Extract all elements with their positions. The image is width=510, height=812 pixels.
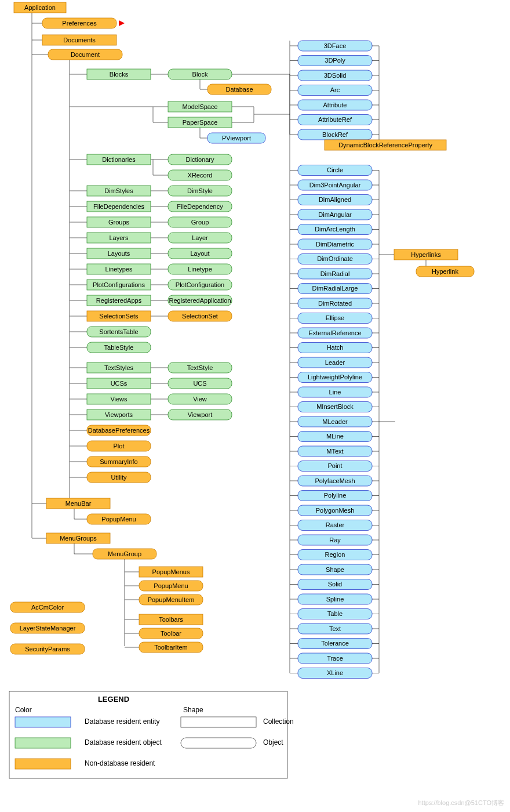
legend-collection-text: Collection <box>263 717 294 726</box>
mtext-label: MText <box>326 448 343 455</box>
modelspace-label: ModelSpace <box>182 103 217 110</box>
layerstatemanager-label: LayerStateManager <box>20 625 76 632</box>
block-label: Block <box>192 71 208 78</box>
red-arrow-icon <box>119 20 125 26</box>
legend-title: LEGEND <box>98 695 129 704</box>
selectionset-label: SelectionSet <box>182 313 218 320</box>
view-label: View <box>193 396 207 403</box>
menubar-label: MenuBar <box>65 500 92 507</box>
dimrotated-label: DimRotated <box>318 300 352 307</box>
blockref-label: BlockRef <box>322 131 348 138</box>
dimradiallarge-label: DimRadialLarge <box>312 285 358 292</box>
legend-object-shape <box>181 738 256 748</box>
plot-label: Plot <box>114 443 125 449</box>
viewports-label: Viewports <box>105 411 133 418</box>
ucs-label: UCS <box>193 380 206 387</box>
filedependency-label: FileDependency <box>177 203 223 210</box>
3dpoly-label: 3DPoly <box>325 57 345 64</box>
spline-label: Spline <box>326 596 344 603</box>
dimstyle-label: DimStyle <box>187 187 213 194</box>
attribute-label: Attribute <box>323 102 347 108</box>
menugroup-label: MenuGroup <box>108 550 141 557</box>
mline-label: MLine <box>326 433 344 440</box>
xrecord-label: XRecord <box>188 172 213 179</box>
hatch-label: Hatch <box>327 344 344 351</box>
3dface-label: 3DFace <box>324 42 347 49</box>
xline-label: XLine <box>327 669 343 676</box>
ray-label: Ray <box>329 536 341 543</box>
raster-label: Raster <box>326 521 345 528</box>
plotconfiguration-label: PlotConfiguration <box>176 281 224 288</box>
hyperlink-label: Hyperlink <box>432 268 458 275</box>
shape-label: Shape <box>326 566 344 573</box>
legend-nondb-text: Non-database resident <box>85 759 155 767</box>
registeredapps-label: RegisteredApps <box>96 297 142 304</box>
table-label: Table <box>327 610 343 617</box>
3dsolid-label: 3DSolid <box>324 72 347 79</box>
arc-label: Arc <box>330 86 340 93</box>
circle-label: Circle <box>327 166 343 173</box>
legend-entity-text: Database resident entity <box>85 717 159 726</box>
lightweightpolyline-label: LightweightPolyline <box>308 374 362 380</box>
ellipse-label: Ellipse <box>326 314 344 321</box>
sortentstable-label: SortentsTable <box>99 328 138 335</box>
dimaligned-label: DimAligned <box>319 196 351 203</box>
dictionary-label: Dictionary <box>186 156 214 163</box>
attributeref-label: AttributeRef <box>318 116 352 123</box>
solid-label: Solid <box>328 581 342 588</box>
layer-label: Layer <box>192 234 208 241</box>
externalreference-label: ExternalReference <box>308 329 361 336</box>
viewport-label: Viewport <box>188 411 213 418</box>
summaryinfo-label: SummaryInfo <box>100 458 137 465</box>
documents-label: Documents <box>63 37 96 44</box>
hyperlinks-label: Hyperlinks <box>411 251 441 258</box>
leader-label: Leader <box>325 359 345 366</box>
popupmenus-label: PopupMenus <box>152 568 190 575</box>
line-label: Line <box>329 389 341 396</box>
legend-entity-swatch <box>15 717 71 727</box>
views-label: Views <box>110 396 128 403</box>
dimradial-label: DimRadial <box>320 270 350 277</box>
minsertblock-label: MInsertBlock <box>316 403 354 410</box>
trace-label: Trace <box>327 655 343 662</box>
securityparams-label: SecurityParams <box>25 646 70 652</box>
blocks-label: Blocks <box>110 71 129 78</box>
ucss-label: UCSs <box>111 380 128 387</box>
toolbars-label: Toolbars <box>159 616 183 623</box>
layers-label: Layers <box>109 234 129 241</box>
utility-label: Utility <box>111 474 127 481</box>
groups-label: Groups <box>108 219 130 226</box>
group-label: Group <box>191 219 209 226</box>
menugroups-label: MenuGroups <box>60 535 97 542</box>
object-model-diagram: ApplicationPreferencesDocumentsDocumentB… <box>0 0 510 812</box>
accmcolor-label: AcCmColor <box>31 604 64 611</box>
pviewport-label: PViewport <box>222 135 251 142</box>
text-label: Text <box>329 625 341 632</box>
linetype-label: Linetype <box>188 266 212 273</box>
mleader-label: MLeader <box>322 418 348 425</box>
polyline-label: Polyline <box>324 492 347 499</box>
region-label: Region <box>325 551 345 558</box>
popupmenu-label: PopupMenu <box>154 582 188 589</box>
tablestyle-label: TableStyle <box>104 344 134 351</box>
legend-collection-shape <box>181 717 256 727</box>
dynamicblockreferenceproperty-label: DynamicBlockReferenceProperty <box>338 142 433 148</box>
linetypes-label: Linetypes <box>105 266 133 273</box>
legend-color-label: Color <box>15 706 32 714</box>
application-label: Application <box>24 4 56 11</box>
toolbar-label: Toolbar <box>161 630 181 637</box>
layout-label: Layout <box>190 250 209 257</box>
textstyle-label: TextStyle <box>187 364 213 371</box>
registeredapplication-label: RegisteredApplication <box>169 297 231 304</box>
dictionaries-label: Dictionaries <box>102 156 136 163</box>
dimstyles-label: DimStyles <box>104 187 133 194</box>
legend-object-swatch <box>15 738 71 748</box>
polygonmesh-label: PolygonMesh <box>316 507 355 514</box>
tolerance-label: Tolerance <box>321 640 349 647</box>
database-label: Database <box>225 86 253 93</box>
point-label: Point <box>327 462 342 469</box>
watermark: https://blog.csdn@51CTO博客 <box>418 799 504 806</box>
layouts-label: Layouts <box>108 250 130 257</box>
legend-shape-label: Shape <box>183 706 203 714</box>
selectionsets-label: SelectionSets <box>99 313 139 320</box>
